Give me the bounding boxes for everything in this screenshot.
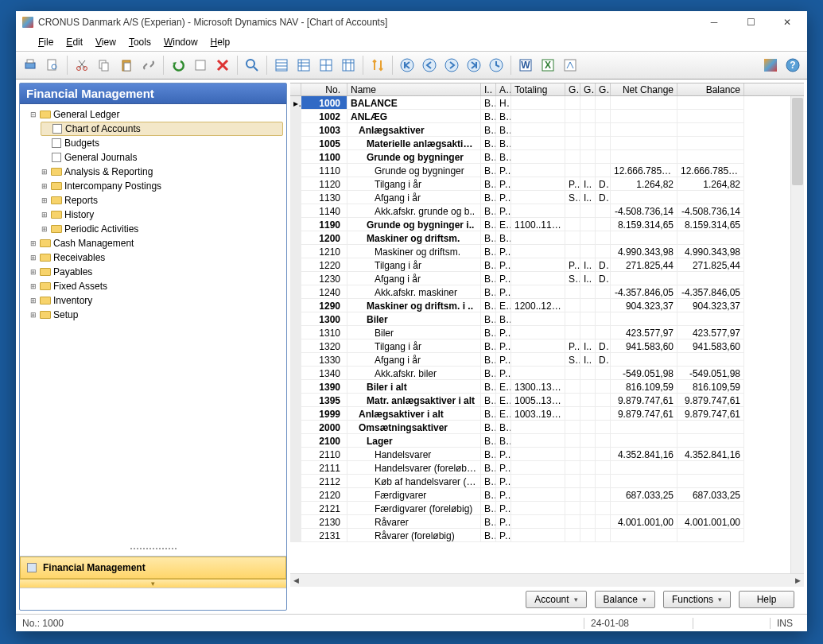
next-icon[interactable] — [442, 56, 461, 75]
cut-icon[interactable] — [72, 56, 91, 75]
table-row[interactable]: 1110Grunde og bygningerB..P..12.666.785,… — [290, 164, 804, 177]
table-row[interactable]: 2111Handelsvarer (foreløbig)B..P.. — [290, 461, 804, 475]
delete-icon[interactable] — [213, 56, 232, 75]
zoom-icon[interactable] — [243, 56, 262, 75]
tree-general-ledger[interactable]: ⊟General Ledger — [29, 107, 283, 122]
maximize-button[interactable]: ☐ — [740, 14, 761, 30]
table-row[interactable]: 2000OmsætningsaktiverB..B.. — [290, 421, 804, 434]
menu-edit[interactable]: Edit — [60, 35, 89, 49]
preview-icon[interactable] — [43, 56, 62, 75]
export-icon[interactable] — [561, 56, 580, 75]
tree-fixed-assets[interactable]: ⊞Fixed Assets — [29, 279, 283, 293]
tree-receivables[interactable]: ⊞Receivables — [29, 250, 283, 265]
table-row[interactable]: 2121Færdigvarer (foreløbig)B..P.. — [290, 502, 804, 515]
table-row[interactable]: 1100Grunde og bygningerB..B.. — [290, 150, 804, 164]
list2-icon[interactable] — [294, 56, 313, 75]
table-row[interactable]: 2112Køb af handelsvarer (for..B..P.. — [290, 475, 804, 488]
table-row[interactable]: 1002ANLÆGB..B.. — [290, 110, 804, 123]
copy-icon[interactable] — [95, 56, 114, 75]
nav-splitter[interactable]: ⋯⋯⋯⋯⋯ — [20, 541, 286, 556]
table-row[interactable]: 1290Maskiner og driftsm. i ..B..E..1200.… — [290, 299, 804, 312]
table-row[interactable]: 1003AnlægsaktiverB..B.. — [290, 123, 804, 137]
grid-body[interactable]: ▸1000BALANCEB..H..1002ANLÆGB..B..1003Anl… — [290, 96, 804, 573]
table-row[interactable]: 1395Matr. anlægsaktiver i altB..E..1005.… — [290, 394, 804, 407]
tree-setup[interactable]: ⊞Setup — [29, 308, 283, 322]
prev-icon[interactable] — [420, 56, 439, 75]
clear-icon[interactable] — [191, 56, 210, 75]
table-row[interactable]: 1005Materielle anlægsaktiverB..B.. — [290, 137, 804, 150]
col-netchange[interactable]: Net Change — [611, 83, 677, 95]
account-button[interactable]: Account ▾ — [526, 591, 586, 608]
col-balance[interactable]: Balance — [677, 83, 744, 95]
menu-file[interactable]: File — [32, 35, 60, 49]
horizontal-scrollbar[interactable]: ◀▶ — [290, 573, 804, 587]
tree-budgets[interactable]: Budgets — [41, 136, 283, 150]
table-row[interactable]: 2120FærdigvarerB..P..687.033,25687.033,2… — [290, 488, 804, 502]
tree-intercompany-postings[interactable]: ⊞Intercompany Postings — [41, 179, 283, 193]
menu-window[interactable]: Window — [157, 35, 204, 49]
menu-help[interactable]: Help — [204, 35, 237, 49]
last-icon[interactable] — [464, 56, 483, 75]
table-row[interactable]: 1140Akk.afskr. grunde og b..B..P..-4.508… — [290, 204, 804, 218]
table-row[interactable]: 2131Råvarer (foreløbig)B..P.. — [290, 529, 804, 542]
table-row[interactable]: 1300BilerB..B.. — [290, 312, 804, 326]
menu-tools[interactable]: Tools — [122, 35, 157, 49]
table-row[interactable]: ▸1000BALANCEB..H.. — [290, 96, 804, 110]
col-account-type[interactable]: A.. — [496, 83, 511, 95]
tree-periodic-activities[interactable]: ⊞Periodic Activities — [41, 222, 283, 236]
table-row[interactable]: 1190Grunde og bygninger i..B..E..1100..1… — [290, 218, 804, 231]
list4-icon[interactable] — [339, 56, 358, 75]
table-row[interactable]: 1330Afgang i årB..P..S..I..D.. — [290, 353, 804, 367]
tree-inventory[interactable]: ⊞Inventory — [29, 293, 283, 308]
col-g3[interactable]: G.. — [596, 83, 611, 95]
table-row[interactable]: 1340Akk.afskr. bilerB..P..-549.051,98-54… — [290, 367, 804, 380]
refresh-icon[interactable] — [487, 56, 506, 75]
nav-tree[interactable]: ⊟General LedgerChart of AccountsBudgetsG… — [20, 104, 286, 541]
col-income[interactable]: I.. — [481, 83, 496, 95]
table-row[interactable]: 2100LagerB..B.. — [290, 434, 804, 448]
table-row[interactable]: 1210Maskiner og driftsm.B..P..4.990.343,… — [290, 245, 804, 258]
nav-group-financial[interactable]: Financial Management — [20, 557, 286, 579]
word-icon[interactable]: W — [516, 56, 535, 75]
menu-view[interactable]: View — [89, 35, 122, 49]
tree-analysis-reporting[interactable]: ⊞Analysis & Reporting — [41, 165, 283, 179]
col-no[interactable]: No. — [301, 83, 347, 95]
col-totaling[interactable]: Totaling — [511, 83, 565, 95]
close-button[interactable]: ✕ — [777, 14, 798, 30]
tree-reports[interactable]: ⊞Reports — [41, 193, 283, 208]
excel-icon[interactable]: X — [538, 56, 557, 75]
col-name[interactable]: Name — [347, 83, 481, 95]
nav-logo-icon[interactable] — [761, 56, 780, 75]
col-g1[interactable]: G.. — [565, 83, 580, 95]
table-row[interactable]: 1130Afgang i årB..P..S..I..D.. — [290, 191, 804, 204]
table-row[interactable]: 2110HandelsvarerB..P..4.352.841,164.352.… — [290, 448, 804, 461]
list3-icon[interactable] — [316, 56, 336, 75]
tree-payables[interactable]: ⊞Payables — [29, 265, 283, 279]
table-row[interactable]: 2130RåvarerB..P..4.001.001,004.001.001,0… — [290, 515, 804, 529]
table-row[interactable]: 1230Afgang i årB..P..S..I..D.. — [290, 272, 804, 285]
list1-icon[interactable] — [272, 56, 291, 75]
tree-general-journals[interactable]: General Journals — [41, 150, 283, 165]
tree-history[interactable]: ⊞History — [41, 208, 283, 222]
table-row[interactable]: 1310BilerB..P..423.577,97423.577,97 — [290, 326, 804, 339]
help-icon[interactable]: ? — [783, 56, 802, 75]
vertical-scrollbar[interactable] — [790, 96, 804, 573]
link-icon[interactable] — [139, 56, 158, 75]
print-icon[interactable] — [21, 56, 40, 75]
sort-icon[interactable] — [368, 56, 387, 75]
table-row[interactable]: 1390Biler i altB..E..1300..1390816.109,5… — [290, 380, 804, 394]
functions-button[interactable]: Functions ▾ — [663, 591, 731, 608]
help-button[interactable]: Help — [739, 591, 794, 608]
col-g2[interactable]: G.. — [580, 83, 596, 95]
undo-icon[interactable] — [169, 56, 188, 75]
table-row[interactable]: 1240Akk.afskr. maskinerB..P..-4.357.846,… — [290, 285, 804, 299]
table-row[interactable]: 1200Maskiner og driftsm.B..B.. — [290, 231, 804, 245]
grid-header[interactable]: No. Name I.. A.. Totaling G.. G.. G.. Ne… — [290, 83, 804, 96]
table-row[interactable]: 1120Tilgang i årB..P..P..I..D..1.264,821… — [290, 177, 804, 191]
minimize-button[interactable]: ─ — [704, 14, 724, 30]
tree-chart-of-accounts[interactable]: Chart of Accounts — [41, 122, 283, 136]
paste-icon[interactable] — [117, 56, 136, 75]
table-row[interactable]: 1999Anlægsaktiver i altB..E..1003..19999… — [290, 407, 804, 421]
table-row[interactable]: 1320Tilgang i årB..P..P..I..D..941.583,6… — [290, 339, 804, 353]
first-icon[interactable] — [398, 56, 417, 75]
